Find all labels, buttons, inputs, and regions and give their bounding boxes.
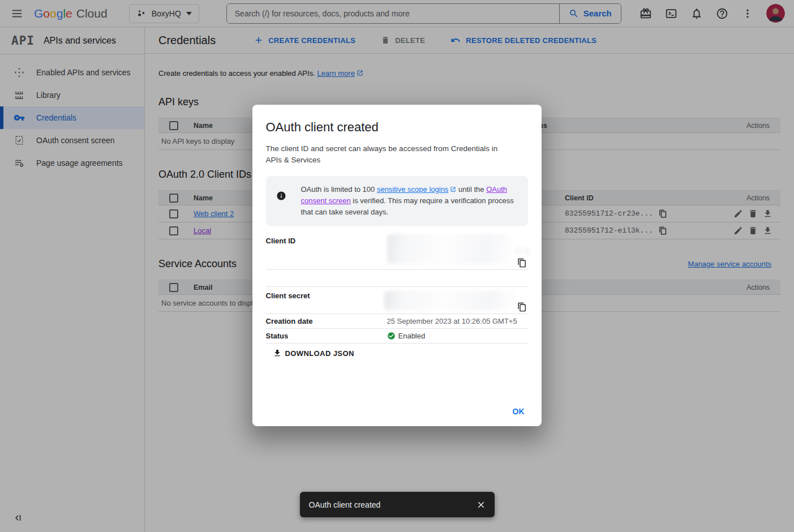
creation-date-row: Creation date 25 September 2023 at 10:26… bbox=[266, 314, 528, 329]
client-id-redacted bbox=[387, 234, 514, 264]
client-secret-value bbox=[387, 287, 528, 314]
close-icon[interactable] bbox=[474, 498, 488, 512]
copy-icon[interactable] bbox=[517, 302, 527, 312]
note-text: OAuth is limited to 100 sensitive scope … bbox=[301, 184, 519, 218]
info-icon bbox=[276, 191, 286, 201]
client-secret-redacted bbox=[384, 291, 518, 310]
creation-date-value: 25 September 2023 at 10:26:05 GMT+5 bbox=[387, 317, 528, 325]
sensitive-scope-logins-link[interactable]: sensitive scope logins bbox=[377, 185, 456, 194]
download-icon bbox=[273, 349, 282, 358]
spacer-row bbox=[266, 270, 528, 287]
dialog-subtitle: The client ID and secret can always be a… bbox=[266, 143, 509, 166]
client-secret-row: Client secret bbox=[266, 287, 528, 314]
client-id-value bbox=[387, 232, 528, 269]
status-row: Status Enabled bbox=[266, 329, 528, 344]
client-id-row: Client ID bbox=[266, 231, 528, 270]
dialog-title: OAuth client created bbox=[266, 105, 528, 135]
snackbar-message: OAuth client created bbox=[300, 500, 474, 509]
snackbar: OAuth client created bbox=[300, 492, 495, 517]
check-circle-icon bbox=[387, 332, 396, 340]
client-id-label: Client ID bbox=[266, 232, 387, 269]
external-link-icon bbox=[450, 186, 456, 192]
client-details: Client ID Client secret Creation date 25… bbox=[266, 231, 528, 344]
ok-button[interactable]: OK bbox=[509, 406, 528, 417]
client-id-redacted bbox=[516, 247, 531, 255]
screen: Google Cloud BoxyHQ Search bbox=[0, 0, 794, 532]
download-json-button[interactable]: DOWNLOAD JSON bbox=[266, 349, 354, 358]
oauth-limit-note: OAuth is limited to 100 sensitive scope … bbox=[266, 176, 528, 226]
creation-date-label: Creation date bbox=[266, 317, 387, 325]
status-label: Status bbox=[266, 332, 387, 340]
status-value: Enabled bbox=[387, 332, 528, 340]
oauth-client-created-dialog: OAuth client created The client ID and s… bbox=[252, 105, 542, 426]
copy-icon[interactable] bbox=[517, 258, 527, 268]
client-secret-label: Client secret bbox=[266, 287, 387, 314]
